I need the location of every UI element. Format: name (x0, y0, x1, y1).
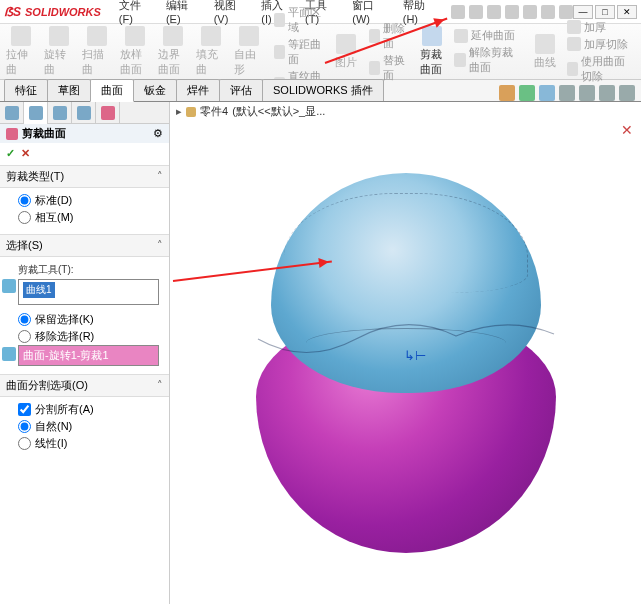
brand-label: SOLIDWORKS (25, 6, 101, 18)
vt-appearance-icon[interactable] (499, 85, 515, 101)
panel-gear-icon[interactable]: ⚙ (153, 127, 163, 140)
qat-help-icon[interactable] (559, 5, 573, 19)
check-split-all[interactable] (18, 403, 31, 416)
radio-standard[interactable] (18, 194, 31, 207)
vt-cam-icon[interactable] (619, 85, 635, 101)
tab-weldment[interactable]: 焊件 (176, 79, 220, 101)
tab-feature[interactable]: 特征 (4, 79, 48, 101)
window-minimize-button[interactable]: — (573, 5, 593, 19)
surface-listbox[interactable]: 曲面-旋转1-剪裁1 (18, 345, 159, 366)
tab-sheetmetal[interactable]: 钣金 (133, 79, 177, 101)
ribbon-extrude[interactable]: 拉伸曲 (6, 26, 36, 77)
ribbon-freeform[interactable]: 自由形 (234, 26, 264, 77)
ptab-dim[interactable] (72, 102, 96, 124)
collapse-icon: ˄ (157, 170, 163, 183)
ribbon-deleteface[interactable]: 删除面 (369, 21, 410, 51)
collapse-icon: ˄ (157, 239, 163, 252)
ok-button[interactable]: ✓ (6, 147, 15, 160)
ptab-config[interactable] (48, 102, 72, 124)
ribbon-thickencut[interactable]: 加厚切除 (567, 37, 635, 52)
ribbon-sweep[interactable]: 扫描曲 (82, 26, 112, 77)
vt-display-icon[interactable] (539, 85, 555, 101)
ribbon-fill[interactable]: 填充曲 (196, 26, 226, 77)
vt-scene-icon[interactable] (519, 85, 535, 101)
breadcrumb-state: (默认<<默认>_显... (232, 104, 325, 119)
panel-title: 剪裁曲面 (22, 126, 66, 141)
ptab-display[interactable] (96, 102, 120, 124)
ptab-feature-tree[interactable] (0, 102, 24, 124)
config-icon (53, 106, 67, 120)
origin-marker-icon: ↳⊢ (404, 348, 426, 363)
ribbon-thicken[interactable]: 加厚 (567, 20, 635, 35)
property-icon (29, 106, 43, 120)
ribbon: 拉伸曲 旋转曲 扫描曲 放样曲面 边界曲面 填充曲 自由形 平面区域 等距曲面 … (0, 24, 641, 80)
vt-view-icon[interactable] (599, 85, 615, 101)
ribbon-replaceface[interactable]: 替换面 (369, 53, 410, 83)
panel-confirm-row: ✓ ✕ (0, 143, 169, 163)
breadcrumb[interactable]: ▸ 零件4 (默认<<默认>_显... (176, 104, 325, 119)
surfacecut-icon (567, 62, 578, 76)
panel-title-row: 剪裁曲面 ⚙ (0, 124, 169, 143)
ribbon-surfacecut[interactable]: 使用曲面切除 (567, 54, 635, 84)
section-selection-header[interactable]: 选择(S)˄ (0, 234, 169, 257)
surface-select-icon[interactable] (2, 347, 16, 361)
ribbon-revolve[interactable]: 旋转曲 (44, 26, 74, 77)
display-icon (101, 106, 115, 120)
ribbon-offset[interactable]: 等距曲面 (274, 37, 324, 67)
sweep-icon (87, 26, 107, 46)
collapse-icon: ˄ (157, 379, 163, 392)
radio-mutual[interactable] (18, 211, 31, 224)
trim-tool-select-icon[interactable] (2, 279, 16, 293)
tab-sketch[interactable]: 草图 (47, 79, 91, 101)
ribbon-loft[interactable]: 放样曲面 (120, 26, 150, 77)
ribbon-planar[interactable]: 平面区域 (274, 5, 324, 35)
radio-keep[interactable] (18, 313, 31, 326)
qat-icon[interactable] (451, 5, 465, 19)
trim-tool-item[interactable]: 曲线1 (23, 282, 55, 298)
ribbon-curve[interactable]: 曲线 (532, 34, 557, 70)
window-maximize-button[interactable]: □ (595, 5, 615, 19)
tab-addins[interactable]: SOLIDWORKS 插件 (262, 79, 384, 101)
qat-open-icon[interactable] (487, 5, 501, 19)
tab-evaluate[interactable]: 评估 (219, 79, 263, 101)
radio-natural[interactable] (18, 420, 31, 433)
tab-surface[interactable]: 曲面 (90, 79, 134, 102)
section-selection: 选择(S)˄ 剪裁工具(T): 曲线1 保留选择(K) 移除选择(R) 曲面-旋… (0, 234, 169, 370)
cancel-button[interactable]: ✕ (21, 147, 30, 160)
qat-new-icon[interactable] (469, 5, 483, 19)
extend-icon (454, 29, 468, 43)
radio-linear[interactable] (18, 437, 31, 450)
breadcrumb-expand-icon[interactable]: ▸ (176, 105, 182, 118)
ribbon-extend[interactable]: 延伸曲面 (454, 28, 522, 43)
section-split-header[interactable]: 曲面分割选项(O)˄ (0, 374, 169, 397)
graphics-viewport[interactable]: ▸ 零件4 (默认<<默认>_显... ✕ ↳⊢ (170, 102, 641, 604)
ptab-property[interactable] (24, 102, 48, 124)
qat-options-icon[interactable] (541, 5, 555, 19)
ribbon-untrim[interactable]: 解除剪裁曲面 (454, 45, 522, 75)
loft-icon (125, 26, 145, 46)
quick-access-toolbar (451, 5, 573, 19)
dim-icon (77, 106, 91, 120)
trim-icon (422, 26, 442, 46)
vt-hide-icon[interactable] (579, 85, 595, 101)
trim-tool-listbox[interactable]: 曲线1 (18, 279, 159, 305)
qat-print-icon[interactable] (523, 5, 537, 19)
section-trim-type-header[interactable]: 剪裁类型(T)˄ (0, 165, 169, 188)
window-close-button[interactable]: ✕ (617, 5, 637, 19)
viewport-close-button[interactable]: ✕ (621, 122, 633, 138)
menu-edit[interactable]: 编辑(E) (160, 0, 206, 27)
menu-view[interactable]: 视图(V) (208, 0, 254, 27)
thicken-icon (567, 20, 581, 34)
ribbon-boundary[interactable]: 边界曲面 (158, 26, 188, 77)
ribbon-trim[interactable]: 剪裁曲面 (420, 26, 445, 77)
vt-section-icon[interactable] (559, 85, 575, 101)
app-logo: ẞS SOLIDWORKS (4, 5, 101, 19)
window-controls: — □ ✕ (573, 5, 637, 19)
radio-remove[interactable] (18, 330, 31, 343)
menu-file[interactable]: 文件(F) (113, 0, 158, 27)
model-egg[interactable]: ↳⊢ (256, 173, 556, 553)
section-trim-type: 剪裁类型(T)˄ 标准(D) 相互(M) (0, 165, 169, 230)
trim-small-icon (6, 128, 18, 140)
qat-save-icon[interactable] (505, 5, 519, 19)
view-toolbar: — □ ✕ (499, 85, 641, 101)
